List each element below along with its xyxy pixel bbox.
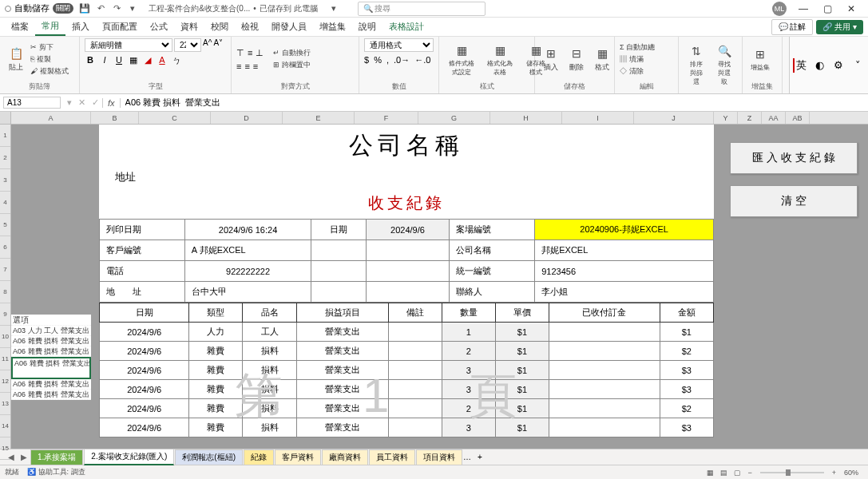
select-all-corner[interactable] xyxy=(0,112,11,124)
format-painter-button[interactable]: 🖌 複製格式 xyxy=(30,66,69,77)
row-header[interactable]: 10 xyxy=(0,326,10,348)
table-cell[interactable] xyxy=(549,418,660,437)
tab-file[interactable]: 檔案 xyxy=(5,18,35,35)
copy-button[interactable]: ⎘ 複製 xyxy=(30,54,69,65)
col-header[interactable]: J xyxy=(634,112,714,124)
dropdown-item[interactable]: A06 雜費 損料 營業支出 xyxy=(11,379,91,390)
dropdown-item[interactable]: A06 雜費 損料 營業支出 xyxy=(11,346,91,357)
zoom-in-icon[interactable]: + xyxy=(829,469,839,477)
zoom-level[interactable]: 60% xyxy=(839,469,863,477)
col-header[interactable]: Z xyxy=(738,112,762,124)
table-cell[interactable]: 損料 xyxy=(243,361,296,380)
tab-layout[interactable]: 頁面配置 xyxy=(96,18,144,35)
col-header[interactable]: AA xyxy=(762,112,786,124)
import-button[interactable]: 匯 入 收 支 紀 錄 xyxy=(730,142,858,174)
table-cell[interactable] xyxy=(388,323,442,342)
clear-button[interactable]: ◇ 清除 xyxy=(620,66,655,77)
table-cell[interactable]: 2 xyxy=(442,399,495,418)
table-cell[interactable] xyxy=(549,399,660,418)
dropdown-item[interactable]: A06 雜費 損料 營業支出 xyxy=(11,390,91,400)
table-cell[interactable]: $1 xyxy=(495,399,549,418)
display-setting-icon[interactable]: ◐ xyxy=(812,58,826,73)
undo-icon[interactable]: ↶ xyxy=(94,2,107,15)
collapse-ribbon-icon[interactable]: ˅ xyxy=(850,58,865,73)
minimize-icon[interactable]: — xyxy=(791,0,815,18)
accessibility-status[interactable]: ♿ 協助工具: 調查 xyxy=(27,467,85,477)
align-top-icon[interactable]: ⊤ xyxy=(236,48,244,58)
col-header[interactable]: H xyxy=(490,112,562,124)
col-header[interactable]: F xyxy=(355,112,418,124)
dropdown-item[interactable]: A03 人力 工人 營業支出 xyxy=(11,326,91,336)
more-tabs-icon[interactable]: … xyxy=(463,453,471,461)
tab-view[interactable]: 檢視 xyxy=(235,18,265,35)
tab-review[interactable]: 校閱 xyxy=(204,18,235,35)
table-cell[interactable]: 2024/9/6 xyxy=(100,380,189,399)
sheet-tab[interactable]: 員工資料 xyxy=(369,449,415,465)
decrease-decimal-icon[interactable]: ←.0 xyxy=(414,55,430,65)
tab-table-design[interactable]: 表格設計 xyxy=(382,18,430,35)
tab-nav-next-icon[interactable]: ▶ xyxy=(18,453,30,461)
table-cell[interactable]: 營業支出 xyxy=(296,361,388,380)
col-header[interactable]: I xyxy=(562,112,634,124)
table-cell[interactable] xyxy=(388,361,442,380)
table-cell[interactable]: 雜費 xyxy=(189,342,243,361)
sheet-tab[interactable]: 1.承接案場 xyxy=(30,449,83,465)
cut-button[interactable]: ✂ 剪下 xyxy=(30,42,69,53)
row-header[interactable]: 1 xyxy=(0,125,10,147)
fx-icon[interactable]: fx xyxy=(102,98,121,108)
addins-icon[interactable]: ⊞ xyxy=(752,46,768,62)
format-cells-icon[interactable]: ▦ xyxy=(594,46,610,61)
sheet-tab[interactable]: 客戶資料 xyxy=(275,449,321,465)
table-cell[interactable]: 損料 xyxy=(243,418,296,437)
tab-developer[interactable]: 開發人員 xyxy=(265,18,313,35)
table-cell[interactable]: 營業支出 xyxy=(296,399,388,418)
table-cell[interactable]: 2024/9/6 xyxy=(100,323,189,342)
ime-indicator[interactable]: 英 xyxy=(793,58,807,73)
clear-button[interactable]: 清 空 xyxy=(730,185,858,217)
view-layout-icon[interactable]: ▤ xyxy=(717,469,731,477)
search-input[interactable]: 🔍 搜尋 xyxy=(358,2,486,16)
find-select-icon[interactable]: 🔍 xyxy=(716,43,732,59)
table-cell[interactable] xyxy=(549,342,660,361)
sheet-tab[interactable]: 項目資料 xyxy=(416,449,462,465)
sheet-tab[interactable]: 紀錄 xyxy=(244,449,274,465)
sheet-tab[interactable]: 廠商資料 xyxy=(322,449,368,465)
table-cell[interactable]: $1 xyxy=(495,380,549,399)
tab-help[interactable]: 說明 xyxy=(352,18,382,35)
font-size-select[interactable]: 22 xyxy=(174,38,201,52)
row-header[interactable]: 4 xyxy=(0,192,10,214)
percent-icon[interactable]: % xyxy=(374,55,382,65)
table-cell[interactable] xyxy=(388,399,442,418)
table-cell[interactable]: $1 xyxy=(495,418,549,437)
table-cell[interactable] xyxy=(388,342,442,361)
cancel-formula-icon[interactable]: ✕ xyxy=(75,97,89,108)
row-header[interactable]: 2 xyxy=(0,147,10,169)
row-header[interactable]: 11 xyxy=(0,348,10,370)
underline-button[interactable]: U xyxy=(113,55,125,67)
autosave-indicator[interactable] xyxy=(5,6,11,12)
sheet-tab[interactable]: 2.案場收支紀錄(匯入) xyxy=(84,449,174,465)
table-cell[interactable]: 營業支出 xyxy=(296,418,388,437)
table-cell[interactable]: 2024/9/6 xyxy=(100,361,189,380)
table-cell[interactable]: 2024/9/6 xyxy=(100,342,189,361)
table-cell[interactable]: 損料 xyxy=(243,342,296,361)
table-cell[interactable]: 工人 xyxy=(243,323,296,342)
increase-decimal-icon[interactable]: .0→ xyxy=(394,55,410,65)
table-cell[interactable]: 雜費 xyxy=(189,361,243,380)
italic-button[interactable]: I xyxy=(99,55,110,67)
tab-formulas[interactable]: 公式 xyxy=(144,18,174,35)
table-cell[interactable]: 損料 xyxy=(243,399,296,418)
maximize-icon[interactable]: ▢ xyxy=(815,0,839,18)
table-row[interactable]: 2024/9/6人力工人營業支出1$1$1 xyxy=(100,323,714,342)
enter-formula-icon[interactable]: ✓ xyxy=(89,97,102,108)
merge-center-button[interactable]: ⊞ 跨欄置中 xyxy=(273,60,311,70)
conditional-format-icon[interactable]: ▦ xyxy=(454,42,470,58)
comma-icon[interactable]: , xyxy=(386,55,389,65)
table-row[interactable]: 2024/9/6雜費損料營業支出3$1$3 xyxy=(100,380,714,399)
row-header[interactable]: 8 xyxy=(0,281,10,303)
dropdown-item[interactable]: A06 雜費 損料 營業支出 xyxy=(11,336,91,346)
wrap-text-button[interactable]: ↵ 自動換行 xyxy=(273,48,311,58)
row-header[interactable]: 12 xyxy=(0,370,10,393)
col-header[interactable]: B xyxy=(91,112,139,124)
table-row[interactable]: 2024/9/6雜費損料營業支出3$1$3 xyxy=(100,361,714,380)
